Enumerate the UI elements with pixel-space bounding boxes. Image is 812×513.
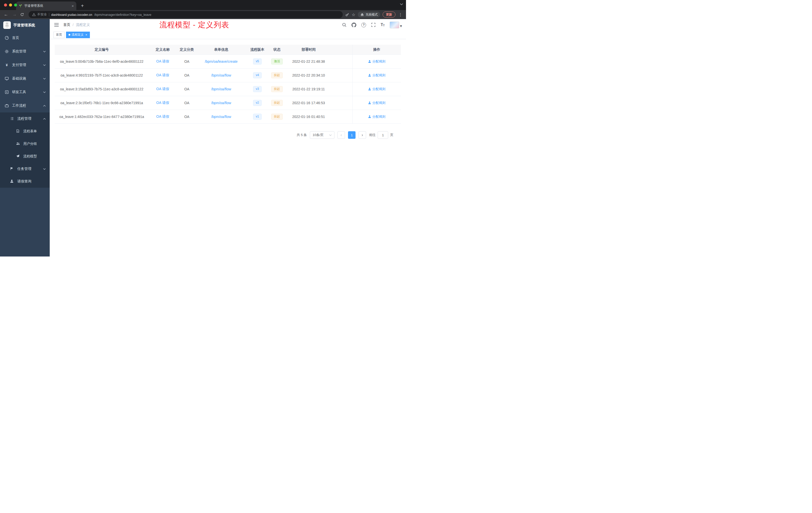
page-size-select[interactable]: 10条/页 [310, 131, 335, 139]
definition-category: OA [177, 87, 197, 91]
help-icon[interactable]: ? [361, 23, 366, 27]
tab-search-icon[interactable] [400, 3, 403, 5]
deploy-time: 2022-01-22 21:48:38 [285, 59, 332, 63]
window-zoom-button[interactable] [14, 3, 17, 6]
assign-rule-link[interactable]: 分配规则 [368, 59, 385, 64]
tab-title: 芋道管理系统 [24, 4, 69, 8]
assign-rule-link[interactable]: 分配规则 [368, 101, 385, 105]
font-size-icon[interactable]: TT [381, 23, 385, 27]
tag-process-definition[interactable]: 流程定义 × [66, 32, 90, 38]
browser-tab[interactable]: 芋道管理系统 × [16, 1, 76, 10]
sidebar-item-workflow[interactable]: 工作流程 [0, 99, 50, 113]
sidebar-item-task-management[interactable]: 任务管理 [0, 163, 50, 175]
definition-name-link[interactable]: OA 请假 [156, 87, 169, 91]
form-link[interactable]: /bpm/oa/flow [211, 87, 231, 91]
prev-page-button[interactable]: ‹ [338, 131, 345, 139]
users-icon [16, 142, 20, 146]
user-menu[interactable]: ▾ [390, 22, 402, 28]
url-host: dashboard.yudao.iocoder.cn [51, 13, 92, 17]
form-link[interactable]: /bpm/oa/flow [211, 73, 231, 77]
current-page-button[interactable]: 1 [348, 131, 355, 139]
definition-category: OA [177, 101, 197, 105]
tags-view-bar: 首页 流程定义 × [50, 31, 406, 39]
definition-name-link[interactable]: OA 请假 [156, 73, 169, 77]
tag-close-icon[interactable]: × [85, 33, 87, 36]
tab-close-icon[interactable]: × [71, 4, 74, 8]
hamburger-icon[interactable] [54, 22, 59, 28]
goto-page-input[interactable] [378, 131, 388, 139]
assign-rule-link[interactable]: 分配规则 [368, 115, 385, 119]
assign-rule-link[interactable]: 分配规则 [368, 87, 385, 91]
version-badge: v2 [253, 100, 262, 106]
bookmark-star-icon[interactable]: ☆ [352, 12, 355, 17]
avatar[interactable] [390, 22, 399, 28]
person-icon [368, 60, 371, 63]
top-navbar: 首页 / 流程定义 流程模型 - 定义列表 ? TT [50, 19, 406, 31]
version-badge: v5 [253, 58, 262, 64]
sidebar-item-label: 工作流程 [12, 103, 26, 108]
definition-id: oa_leave:4:991f2193-7b7f-11ec-a3c8-acde4… [55, 73, 149, 77]
incognito-icon [360, 13, 364, 17]
sidebar-item-infrastructure[interactable]: 基础设施 [0, 72, 50, 85]
definition-name-link[interactable]: OA 请假 [156, 59, 169, 63]
sidebar-item-process-management[interactable]: 流程管理 [0, 113, 50, 125]
new-tab-button[interactable]: + [79, 2, 86, 9]
sidebar-item-label: 系统管理 [12, 49, 26, 54]
chevron-up-icon [43, 118, 46, 120]
form-link[interactable]: /bpm/oa/leave/create [205, 59, 238, 63]
status-badge: 挂起 [271, 86, 283, 92]
sidebar-item-user-group[interactable]: 用户分组 [0, 138, 50, 150]
sidebar-item-devtools[interactable]: 研发工具 [0, 85, 50, 99]
list-icon [10, 117, 14, 121]
version-badge: v1 [253, 114, 262, 120]
logo-avatar [3, 21, 11, 29]
window-minimize-button[interactable] [9, 3, 12, 6]
app-frame: 芋道管理系统 首页 系统管理 ¥ 支付管理 基础设施 [0, 19, 406, 256]
chrome-update-button[interactable]: 更新 [383, 11, 396, 18]
breadcrumb-home[interactable]: 首页 [63, 23, 70, 27]
monitor-icon [5, 77, 9, 81]
definition-name-link[interactable]: OA 请假 [156, 115, 169, 118]
sidebar-item-leave-query[interactable]: 请假查询 [0, 175, 50, 188]
page-size-value: 10条/页 [313, 133, 324, 137]
back-button[interactable]: ← [3, 12, 9, 17]
goto-suffix: 页 [390, 133, 394, 137]
browser-menu-icon[interactable]: ⋮ [398, 12, 403, 17]
active-dot [68, 34, 70, 36]
flag-icon [10, 167, 14, 171]
favicon-icon [19, 4, 22, 8]
dashboard-icon [5, 36, 9, 40]
main-area: 首页 / 流程定义 流程模型 - 定义列表 ? TT [50, 19, 406, 256]
person-icon [368, 74, 371, 77]
sidebar-item-system[interactable]: 系统管理 [0, 45, 50, 58]
yen-icon: ¥ [5, 63, 9, 67]
sidebar-item-process-model[interactable]: 流程模型 [0, 150, 50, 163]
chevron-down-icon [43, 64, 46, 66]
assign-rule-link[interactable]: 分配规则 [368, 73, 385, 78]
status-badge: 挂起 [271, 114, 283, 120]
password-key-icon[interactable] [345, 12, 349, 17]
sidebar-item-payment[interactable]: ¥ 支付管理 [0, 58, 50, 72]
sidebar-item-label: 流程模型 [23, 154, 37, 159]
form-link[interactable]: /bpm/oa/flow [211, 115, 231, 119]
fullscreen-icon[interactable] [371, 23, 376, 27]
search-icon[interactable] [342, 23, 347, 27]
deploy-time: 2022-01-22 20:34:10 [285, 73, 332, 77]
security-indicator[interactable]: 不安全 [32, 12, 47, 17]
next-page-button[interactable]: › [358, 131, 366, 139]
tag-home[interactable]: 首页 [54, 32, 64, 38]
col-header: 表单信息 [197, 48, 245, 52]
sidebar-item-label: 用户分组 [23, 142, 37, 146]
window-close-button[interactable] [4, 3, 7, 6]
form-link[interactable]: /bpm/oa/flow [211, 101, 231, 105]
sidebar-item-home[interactable]: 首页 [0, 31, 50, 45]
definition-name-link[interactable]: OA 请假 [156, 101, 169, 105]
github-icon[interactable] [351, 23, 356, 27]
warning-icon [32, 13, 36, 16]
forward-button[interactable]: → [11, 12, 18, 17]
reload-button[interactable] [20, 12, 26, 17]
sidebar-item-process-form[interactable]: 流程表单 [0, 125, 50, 138]
deploy-time: 2022-01-16 01:40:51 [285, 115, 332, 119]
url-bar[interactable]: 不安全 dashboard.yudao.iocoder.cn/bpm/manag… [29, 11, 343, 18]
definition-id: oa_leave:3:1fad3d93-7b75-11ec-a3c8-acde4… [55, 87, 149, 91]
